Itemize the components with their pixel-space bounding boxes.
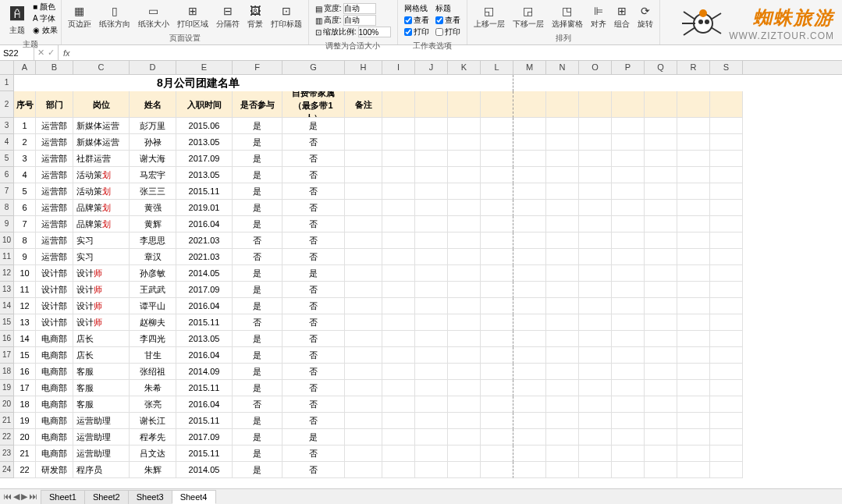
cell[interactable]: 章汉 [130,249,176,265]
cell[interactable] [481,249,513,265]
fx-icon[interactable]: fx [59,48,75,58]
cell[interactable] [546,364,579,380]
cell[interactable] [645,134,677,151]
cell[interactable] [513,364,546,380]
cell[interactable] [612,151,645,167]
cell[interactable] [677,249,710,265]
cell[interactable]: 否 [282,396,345,413]
cell[interactable] [513,216,546,232]
cell[interactable]: 设计部 [36,314,73,331]
cell[interactable]: 甘生 [130,347,176,364]
cell[interactable] [415,429,448,445]
cell[interactable]: 否 [282,249,345,265]
cell[interactable] [382,347,415,364]
col-header-R[interactable]: R [677,61,710,74]
row-header[interactable]: 19 [0,380,13,396]
cell[interactable] [415,462,448,478]
cell[interactable] [677,91,710,118]
cell[interactable] [677,347,710,364]
cell[interactable] [579,314,612,331]
cell[interactable] [382,380,415,396]
cell[interactable] [345,134,382,151]
cell[interactable]: 设计师 [73,282,130,298]
cell[interactable]: 4 [14,167,36,183]
cell[interactable]: 否 [282,216,345,232]
cell[interactable]: 赵柳夫 [130,314,176,331]
cell[interactable] [645,167,677,183]
cell[interactable]: 自费带家属（最多带1人） [282,91,345,118]
cell[interactable]: 活动策划 [73,183,130,200]
col-header-A[interactable]: A [14,61,36,74]
cell[interactable] [513,200,546,216]
prev-sheet-icon[interactable]: ◀ [13,492,20,502]
cell[interactable]: 2013.05 [176,167,233,183]
cell[interactable] [645,216,677,232]
row-header[interactable]: 24 [0,462,13,478]
cell[interactable]: 电商部 [36,429,73,445]
selection-pane-button[interactable]: ◳选择窗格 [549,2,586,31]
cell[interactable] [513,249,546,265]
cell[interactable]: 彭万里 [130,118,176,134]
cell[interactable]: 否 [282,167,345,183]
cell[interactable]: 是 [233,380,282,396]
cell[interactable] [415,200,448,216]
cell[interactable] [710,134,743,151]
cell[interactable] [677,429,710,445]
cell[interactable] [382,75,415,91]
cell[interactable]: 运营部 [36,183,73,200]
cell[interactable] [677,118,710,134]
cell[interactable] [448,462,481,478]
cell[interactable] [612,200,645,216]
cell[interactable] [481,118,513,134]
cell[interactable] [382,232,415,249]
cell[interactable]: 电商部 [36,445,73,462]
cell[interactable] [448,75,481,91]
cell[interactable] [645,331,677,347]
cell[interactable] [345,380,382,396]
cell[interactable]: 2015.11 [176,183,233,200]
print-titles-button[interactable]: ⊡打印标题 [268,2,305,31]
cell[interactable] [448,347,481,364]
cell[interactable] [415,151,448,167]
cell[interactable] [546,118,579,134]
cell[interactable] [546,151,579,167]
cell[interactable] [612,216,645,232]
cell[interactable] [677,265,710,282]
cell[interactable]: 客服 [73,396,130,413]
row-header[interactable]: 7 [0,183,13,200]
cell[interactable] [546,134,579,151]
cell[interactable]: 否 [282,183,345,200]
cell[interactable] [415,298,448,314]
gridlines-view-check[interactable]: 查看 [404,15,429,26]
cell[interactable] [546,347,579,364]
cell[interactable]: 电商部 [36,396,73,413]
cell[interactable] [382,265,415,282]
row-header[interactable]: 23 [0,445,13,462]
cell[interactable]: 李四光 [130,331,176,347]
cell[interactable] [448,249,481,265]
cell[interactable] [382,314,415,331]
cell[interactable] [710,200,743,216]
send-backward-button[interactable]: ◲下移一层 [510,2,547,31]
cell[interactable] [710,216,743,232]
breaks-button[interactable]: ⊟分隔符 [213,2,243,31]
cell[interactable] [546,265,579,282]
cell[interactable]: 活动策划 [73,167,130,183]
cell[interactable]: 设计部 [36,298,73,314]
cell[interactable]: 2021.03 [176,232,233,249]
cell[interactable] [345,183,382,200]
cell[interactable] [448,216,481,232]
cell[interactable]: 运营部 [36,118,73,134]
group-button[interactable]: ⊞组合 [611,2,633,31]
cell[interactable]: 否 [282,462,345,478]
cell[interactable]: 张三三 [130,183,176,200]
cell[interactable]: 否 [282,347,345,364]
cell[interactable]: 运营部 [36,232,73,249]
cell[interactable]: 否 [282,151,345,167]
cell[interactable] [579,134,612,151]
col-header-F[interactable]: F [233,61,282,74]
cell[interactable] [513,331,546,347]
cell[interactable] [481,445,513,462]
cell[interactable]: 13 [14,314,36,331]
cell[interactable]: 6 [14,200,36,216]
